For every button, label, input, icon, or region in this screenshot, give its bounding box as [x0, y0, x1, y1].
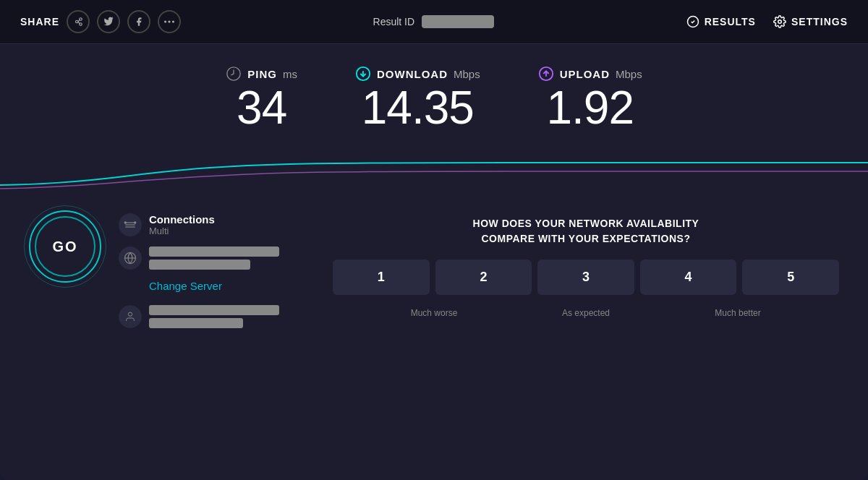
bottom-section: GO — [0, 196, 868, 343]
go-button-outer: GO — [29, 210, 101, 283]
server-location-blurred — [149, 260, 250, 270]
svg-line-3 — [78, 20, 80, 22]
left-panel: GO — [29, 210, 304, 328]
ping-label: PING — [247, 68, 277, 80]
survey-question-line2: COMPARE WITH YOUR EXPECTATIONS? — [481, 233, 690, 244]
results-nav-label: RESULTS — [705, 16, 756, 27]
share-section: SHARE — [20, 10, 181, 33]
connections-icon — [119, 213, 142, 236]
server-row — [119, 247, 279, 270]
results-nav[interactable]: RESULTS — [686, 15, 756, 28]
settings-nav-label: SETTINGS — [791, 16, 848, 27]
share-label: SHARE — [20, 16, 59, 27]
upload-icon — [538, 66, 554, 82]
settings-nav[interactable]: SETTINGS — [773, 15, 848, 28]
survey-question-line1: HOW DOES YOUR NETWORK AVAILABILITY — [473, 218, 699, 229]
svg-line-4 — [78, 22, 80, 24]
ping-stat: PING ms 34 — [226, 66, 297, 131]
main-content: PING ms 34 DOWNLOAD Mbps 14.35 — [0, 44, 868, 480]
nav-section: RESULTS SETTINGS — [686, 15, 848, 28]
download-stat: DOWNLOAD Mbps 14.35 — [355, 66, 480, 131]
connections-title: Connections — [149, 213, 215, 226]
ping-value: 34 — [237, 85, 286, 131]
speed-graph — [0, 145, 868, 196]
upload-stat: UPLOAD Mbps 1.92 — [538, 66, 642, 131]
rating-btn-1[interactable]: 1 — [333, 260, 430, 295]
download-value: 14.35 — [362, 85, 474, 131]
download-unit: Mbps — [454, 68, 480, 80]
rating-label-as-expected: As expected — [535, 308, 637, 318]
upload-value: 1.92 — [546, 85, 634, 131]
share-twitter-icon[interactable] — [97, 10, 120, 33]
rating-label-much-worse: Much worse — [333, 308, 535, 318]
top-bar: SHARE Result ID RESULTS SETTINGS — [0, 0, 868, 44]
share-more-icon[interactable] — [158, 10, 181, 33]
user-row — [119, 305, 279, 328]
rating-btn-4[interactable]: 4 — [640, 260, 737, 295]
rating-btn-3[interactable]: 3 — [537, 260, 634, 295]
server-globe-icon — [119, 247, 142, 270]
user-icon — [119, 305, 142, 328]
server-name-blurred — [149, 247, 279, 257]
rating-btn-5[interactable]: 5 — [742, 260, 839, 295]
svg-point-18 — [124, 222, 126, 223]
ping-unit: ms — [283, 68, 297, 80]
rating-row: 1 2 3 4 5 — [333, 260, 839, 295]
rating-label-much-better: Much better — [637, 308, 839, 318]
svg-point-6 — [168, 20, 170, 22]
share-facebook-icon[interactable] — [127, 10, 150, 33]
svg-point-7 — [172, 20, 174, 22]
rating-labels: Much worse As expected Much better — [333, 308, 839, 318]
svg-point-9 — [778, 20, 782, 24]
svg-point-19 — [135, 222, 136, 223]
svg-point-0 — [76, 20, 79, 23]
user-info-blurred — [149, 318, 243, 328]
upload-label: UPLOAD — [560, 68, 610, 80]
download-icon — [355, 66, 371, 82]
results-icon — [686, 15, 699, 28]
survey-question: HOW DOES YOUR NETWORK AVAILABILITY COMPA… — [333, 216, 839, 247]
go-button-wrap: GO — [29, 210, 101, 283]
share-link-icon[interactable] — [67, 10, 90, 33]
result-id-section: Result ID — [373, 15, 495, 28]
survey-panel: HOW DOES YOUR NETWORK AVAILABILITY COMPA… — [333, 210, 839, 328]
svg-point-22 — [128, 312, 132, 316]
change-server-link[interactable]: Change Server — [149, 280, 279, 292]
download-label: DOWNLOAD — [377, 68, 448, 80]
result-id-value — [422, 15, 494, 28]
ping-icon — [226, 66, 242, 82]
upload-unit: Mbps — [616, 68, 642, 80]
server-info: Connections Multi — [119, 210, 279, 328]
user-details — [149, 305, 279, 328]
svg-point-5 — [164, 20, 166, 22]
rating-btn-2[interactable]: 2 — [435, 260, 532, 295]
connections-detail: Connections Multi — [149, 213, 215, 236]
go-button[interactable]: GO — [35, 216, 95, 277]
server-details — [149, 247, 279, 270]
settings-icon — [773, 15, 786, 28]
result-id-label: Result ID — [373, 16, 415, 27]
connections-value: Multi — [149, 226, 215, 236]
go-label: GO — [52, 239, 77, 255]
stats-section: PING ms 34 DOWNLOAD Mbps 14.35 — [0, 44, 868, 145]
connections-row: Connections Multi — [119, 213, 279, 236]
user-name-blurred — [149, 305, 279, 315]
